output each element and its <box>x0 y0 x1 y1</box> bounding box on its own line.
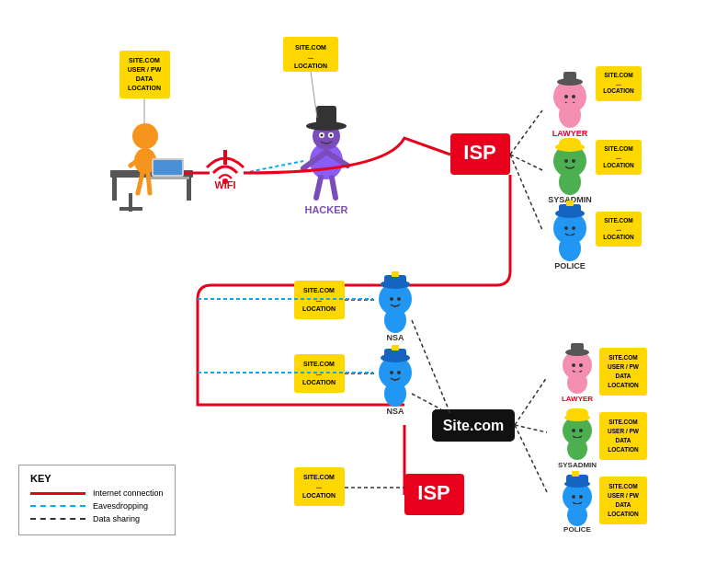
svg-text:LOCATION: LOCATION <box>302 379 336 385</box>
svg-point-88 <box>397 297 401 301</box>
svg-text:NSA: NSA <box>386 407 404 416</box>
svg-point-65 <box>559 169 581 195</box>
svg-rect-2 <box>112 178 117 201</box>
svg-point-131 <box>567 372 587 394</box>
legend-item-internet: Internet connection <box>30 488 164 498</box>
svg-text:USER / PW: USER / PW <box>128 66 162 73</box>
svg-text:SITE.COM: SITE.COM <box>295 44 326 51</box>
svg-text:POLICE: POLICE <box>554 261 586 270</box>
legend-line-internet <box>30 492 85 495</box>
svg-text:DATA: DATA <box>136 75 153 82</box>
svg-text:ISP: ISP <box>417 481 449 504</box>
svg-point-141 <box>572 429 575 432</box>
legend: KEY Internet connection Eavesdropping Da… <box>18 465 176 535</box>
svg-rect-5 <box>119 207 142 211</box>
svg-line-35 <box>332 178 336 198</box>
svg-text:...: ... <box>308 53 313 60</box>
svg-text:SYSADMIN: SYSADMIN <box>558 461 597 469</box>
svg-point-100 <box>390 371 393 374</box>
svg-text:SITE.COM: SITE.COM <box>303 474 335 480</box>
svg-point-52 <box>564 95 568 98</box>
svg-point-30 <box>321 134 324 137</box>
svg-point-101 <box>397 371 401 374</box>
svg-text:SITE.COM: SITE.COM <box>609 354 637 361</box>
svg-text:...: ... <box>616 225 621 232</box>
svg-rect-153 <box>572 471 579 477</box>
svg-point-102 <box>384 381 406 407</box>
svg-text:SITE.COM: SITE.COM <box>604 145 632 152</box>
svg-text:LOCATION: LOCATION <box>302 492 336 499</box>
svg-rect-23 <box>223 150 227 165</box>
legend-title: KEY <box>30 473 164 484</box>
svg-point-155 <box>579 495 583 499</box>
svg-rect-51 <box>563 72 576 83</box>
svg-rect-99 <box>392 345 399 350</box>
svg-text:DATA: DATA <box>615 373 631 379</box>
svg-text:SITE.COM: SITE.COM <box>129 57 160 63</box>
svg-text:USER / PW: USER / PW <box>608 428 640 434</box>
svg-point-129 <box>572 363 575 367</box>
svg-rect-128 <box>571 343 584 353</box>
svg-text:LOCATION: LOCATION <box>603 162 634 168</box>
svg-text:SITE.COM: SITE.COM <box>303 287 335 293</box>
svg-rect-3 <box>187 178 191 201</box>
svg-text:USER / PW: USER / PW <box>608 363 640 370</box>
legend-item-data: Data sharing <box>30 514 164 523</box>
svg-rect-13 <box>154 160 182 175</box>
svg-text:POLICE: POLICE <box>563 525 591 534</box>
svg-text:SITE.COM: SITE.COM <box>303 361 335 367</box>
svg-point-31 <box>330 134 333 137</box>
svg-rect-140 <box>566 408 588 419</box>
svg-text:...: ... <box>316 483 322 489</box>
svg-point-143 <box>567 438 587 460</box>
svg-text:LOCATION: LOCATION <box>294 63 327 69</box>
svg-point-64 <box>572 159 575 163</box>
svg-point-156 <box>567 504 587 526</box>
svg-text:SITE.COM: SITE.COM <box>604 217 632 224</box>
svg-text:NSA: NSA <box>386 333 404 342</box>
svg-text:LOCATION: LOCATION <box>603 87 634 94</box>
legend-item-eavesdrop: Eavesdropping <box>30 501 164 511</box>
svg-text:LAWYER: LAWYER <box>552 129 588 138</box>
svg-rect-62 <box>559 138 581 149</box>
svg-text:LOCATION: LOCATION <box>302 305 336 312</box>
svg-rect-74 <box>566 201 574 206</box>
svg-text:LOCATION: LOCATION <box>608 511 639 517</box>
legend-line-data <box>30 518 85 521</box>
legend-label-data: Data sharing <box>93 514 140 523</box>
svg-point-77 <box>559 236 581 261</box>
svg-text:SITE.COM: SITE.COM <box>609 419 637 425</box>
svg-point-75 <box>564 226 568 230</box>
svg-point-130 <box>579 363 583 367</box>
svg-text:DATA: DATA <box>615 501 631 508</box>
svg-text:LAWYER: LAWYER <box>562 395 593 403</box>
svg-text:SITE.COM: SITE.COM <box>609 483 637 489</box>
svg-text:...: ... <box>616 154 621 160</box>
svg-rect-14 <box>150 177 189 179</box>
legend-line-eavesdrop <box>30 505 85 508</box>
svg-rect-27 <box>316 106 336 128</box>
svg-text:Site.com: Site.com <box>443 418 505 433</box>
svg-text:DATA: DATA <box>615 437 631 443</box>
svg-text:LOCATION: LOCATION <box>608 446 639 453</box>
legend-label-internet: Internet connection <box>93 488 164 498</box>
svg-text:LOCATION: LOCATION <box>608 382 639 388</box>
svg-text:LOCATION: LOCATION <box>128 85 161 91</box>
svg-point-87 <box>390 297 393 301</box>
svg-text:HACKER: HACKER <box>304 204 347 215</box>
svg-point-63 <box>564 159 568 163</box>
svg-text:SITE.COM: SITE.COM <box>604 72 632 78</box>
svg-text:...: ... <box>616 80 621 86</box>
svg-text:ISP: ISP <box>463 141 495 164</box>
svg-point-53 <box>572 95 575 98</box>
svg-point-89 <box>384 307 406 333</box>
svg-point-54 <box>559 102 581 128</box>
svg-point-142 <box>579 429 583 432</box>
svg-rect-86 <box>392 271 399 277</box>
svg-point-22 <box>222 178 228 184</box>
svg-point-154 <box>572 495 575 499</box>
legend-label-eavesdrop: Eavesdropping <box>93 501 148 511</box>
svg-point-76 <box>572 226 575 230</box>
svg-point-6 <box>132 123 158 149</box>
svg-text:USER / PW: USER / PW <box>608 492 640 499</box>
